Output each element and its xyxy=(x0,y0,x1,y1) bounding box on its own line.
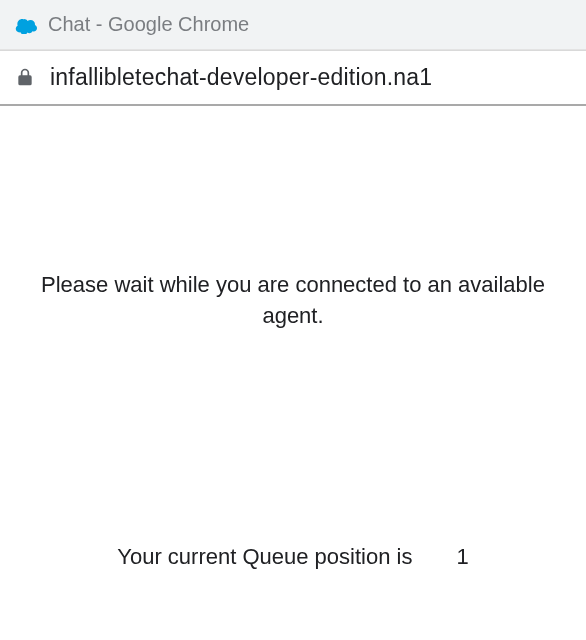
address-bar[interactable]: infallibletechat-developer-edition.na1 xyxy=(0,50,586,106)
page-content: Please wait while you are connected to a… xyxy=(0,106,586,640)
window-title: Chat - Google Chrome xyxy=(48,13,249,36)
queue-status: Your current Queue position is 1 xyxy=(0,544,586,570)
lock-icon xyxy=(14,66,36,88)
queue-position-value: 1 xyxy=(456,544,468,570)
queue-label: Your current Queue position is xyxy=(117,544,412,570)
salesforce-cloud-icon xyxy=(14,13,38,37)
wait-message: Please wait while you are connected to a… xyxy=(0,270,586,332)
window-titlebar: Chat - Google Chrome xyxy=(0,0,586,50)
url-text: infallibletechat-developer-edition.na1 xyxy=(50,64,432,91)
